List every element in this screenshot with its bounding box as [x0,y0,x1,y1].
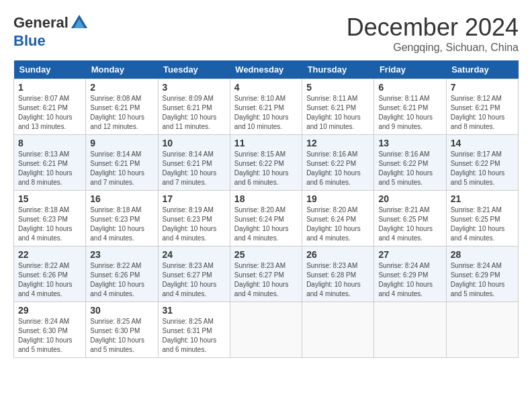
day-number: 21 [451,193,514,204]
title-block: December 2024 Gengqing, Sichuan, China [347,13,519,54]
table-row: 29 Sunrise: 8:24 AMSunset: 6:30 PMDaylig… [14,302,86,358]
day-info: Sunrise: 8:15 AMSunset: 6:22 PMDaylight:… [234,150,298,187]
day-info: Sunrise: 8:12 AMSunset: 6:21 PMDaylight:… [451,94,514,132]
day-number: 3 [163,82,226,93]
day-number: 24 [163,249,226,260]
table-row: 17 Sunrise: 8:19 AMSunset: 6:23 PMDaylig… [158,191,230,246]
day-number: 23 [90,249,153,260]
col-monday: Monday [86,60,158,79]
day-info: Sunrise: 8:11 AMSunset: 6:21 PMDaylight:… [378,94,441,132]
day-info: Sunrise: 8:23 AMSunset: 6:27 PMDaylight:… [163,261,226,299]
table-row [302,302,374,358]
day-info: Sunrise: 8:25 AMSunset: 6:31 PMDaylight:… [163,317,226,355]
logo-general-text: General [13,14,69,32]
day-number: 29 [18,305,81,316]
logo-icon [70,13,89,32]
table-row: 2 Sunrise: 8:08 AMSunset: 6:21 PMDayligh… [86,79,158,135]
table-row: 18 Sunrise: 8:20 AMSunset: 6:24 PMDaylig… [230,191,302,246]
table-row: 10 Sunrise: 8:14 AMSunset: 6:21 PMDaylig… [158,135,230,191]
day-number: 4 [234,82,298,93]
calendar-table: Sunday Monday Tuesday Wednesday Thursday… [13,60,519,358]
day-number: 17 [163,193,226,204]
day-number: 15 [18,193,81,204]
table-row: 19 Sunrise: 8:20 AMSunset: 6:24 PMDaylig… [302,191,374,246]
day-info: Sunrise: 8:10 AMSunset: 6:21 PMDaylight:… [234,94,298,132]
day-number: 16 [90,193,153,204]
day-info: Sunrise: 8:20 AMSunset: 6:24 PMDaylight:… [234,205,298,243]
location-title: Gengqing, Sichuan, China [347,42,519,54]
page-header: General Blue December 2024 Gengqing, Sic… [13,13,519,54]
table-row: 20 Sunrise: 8:21 AMSunset: 6:25 PMDaylig… [374,191,446,246]
day-info: Sunrise: 8:22 AMSunset: 6:26 PMDaylight:… [90,261,153,299]
day-number: 9 [90,138,153,148]
month-title: December 2024 [347,13,519,42]
table-row: 16 Sunrise: 8:18 AMSunset: 6:23 PMDaylig… [86,191,158,246]
calendar-header-row: Sunday Monday Tuesday Wednesday Thursday… [14,60,519,79]
day-info: Sunrise: 8:21 AMSunset: 6:25 PMDaylight:… [378,205,441,243]
table-row: 9 Sunrise: 8:14 AMSunset: 6:21 PMDayligh… [86,135,158,191]
col-thursday: Thursday [302,60,374,79]
table-row [446,302,518,358]
day-info: Sunrise: 8:24 AMSunset: 6:29 PMDaylight:… [451,261,514,299]
day-number: 20 [378,193,441,204]
table-row: 24 Sunrise: 8:23 AMSunset: 6:27 PMDaylig… [158,246,230,302]
day-info: Sunrise: 8:25 AMSunset: 6:30 PMDaylight:… [90,317,153,355]
day-info: Sunrise: 8:24 AMSunset: 6:29 PMDaylight:… [378,261,441,299]
table-row: 11 Sunrise: 8:15 AMSunset: 6:22 PMDaylig… [230,135,302,191]
logo: General Blue [13,13,89,50]
day-number: 28 [451,249,514,260]
day-number: 19 [306,193,369,204]
col-tuesday: Tuesday [158,60,230,79]
day-number: 26 [306,249,369,260]
calendar-week-row: 8 Sunrise: 8:13 AMSunset: 6:21 PMDayligh… [14,135,519,191]
table-row: 28 Sunrise: 8:24 AMSunset: 6:29 PMDaylig… [446,246,518,302]
day-number: 1 [18,82,81,93]
table-row: 12 Sunrise: 8:16 AMSunset: 6:22 PMDaylig… [302,135,374,191]
day-info: Sunrise: 8:13 AMSunset: 6:21 PMDaylight:… [18,150,81,187]
day-number: 6 [378,82,441,93]
col-friday: Friday [374,60,446,79]
day-info: Sunrise: 8:18 AMSunset: 6:23 PMDaylight:… [18,205,81,243]
table-row: 3 Sunrise: 8:09 AMSunset: 6:21 PMDayligh… [158,79,230,135]
day-number: 12 [306,138,369,148]
table-row: 27 Sunrise: 8:24 AMSunset: 6:29 PMDaylig… [374,246,446,302]
day-info: Sunrise: 8:17 AMSunset: 6:22 PMDaylight:… [451,150,514,187]
day-info: Sunrise: 8:14 AMSunset: 6:21 PMDaylight:… [163,150,226,187]
day-number: 2 [90,82,153,93]
table-row: 25 Sunrise: 8:23 AMSunset: 6:27 PMDaylig… [230,246,302,302]
day-info: Sunrise: 8:20 AMSunset: 6:24 PMDaylight:… [306,205,369,243]
table-row: 8 Sunrise: 8:13 AMSunset: 6:21 PMDayligh… [14,135,86,191]
calendar-week-row: 1 Sunrise: 8:07 AMSunset: 6:21 PMDayligh… [14,79,519,135]
day-info: Sunrise: 8:07 AMSunset: 6:21 PMDaylight:… [18,94,81,132]
day-number: 14 [451,138,514,148]
calendar-week-row: 29 Sunrise: 8:24 AMSunset: 6:30 PMDaylig… [14,302,519,358]
table-row: 26 Sunrise: 8:23 AMSunset: 6:28 PMDaylig… [302,246,374,302]
day-info: Sunrise: 8:11 AMSunset: 6:21 PMDaylight:… [306,94,369,132]
table-row: 23 Sunrise: 8:22 AMSunset: 6:26 PMDaylig… [86,246,158,302]
day-info: Sunrise: 8:09 AMSunset: 6:21 PMDaylight:… [163,94,226,132]
day-info: Sunrise: 8:22 AMSunset: 6:26 PMDaylight:… [18,261,81,299]
day-number: 8 [18,138,81,148]
day-info: Sunrise: 8:19 AMSunset: 6:23 PMDaylight:… [163,205,226,243]
calendar-week-row: 15 Sunrise: 8:18 AMSunset: 6:23 PMDaylig… [14,191,519,246]
day-info: Sunrise: 8:18 AMSunset: 6:23 PMDaylight:… [90,205,153,243]
logo-blue-text: Blue [13,32,46,50]
day-info: Sunrise: 8:23 AMSunset: 6:27 PMDaylight:… [234,261,298,299]
table-row [230,302,302,358]
day-number: 25 [234,249,298,260]
col-wednesday: Wednesday [230,60,302,79]
day-number: 11 [234,138,298,148]
col-saturday: Saturday [446,60,518,79]
day-info: Sunrise: 8:14 AMSunset: 6:21 PMDaylight:… [90,150,153,187]
table-row: 13 Sunrise: 8:16 AMSunset: 6:22 PMDaylig… [374,135,446,191]
col-sunday: Sunday [14,60,86,79]
day-number: 27 [378,249,441,260]
table-row: 5 Sunrise: 8:11 AMSunset: 6:21 PMDayligh… [302,79,374,135]
day-info: Sunrise: 8:21 AMSunset: 6:25 PMDaylight:… [451,205,514,243]
day-info: Sunrise: 8:24 AMSunset: 6:30 PMDaylight:… [18,317,81,355]
calendar-week-row: 22 Sunrise: 8:22 AMSunset: 6:26 PMDaylig… [14,246,519,302]
table-row: 30 Sunrise: 8:25 AMSunset: 6:30 PMDaylig… [86,302,158,358]
day-info: Sunrise: 8:08 AMSunset: 6:21 PMDaylight:… [90,94,153,132]
day-number: 31 [163,305,226,316]
day-info: Sunrise: 8:16 AMSunset: 6:22 PMDaylight:… [306,150,369,187]
